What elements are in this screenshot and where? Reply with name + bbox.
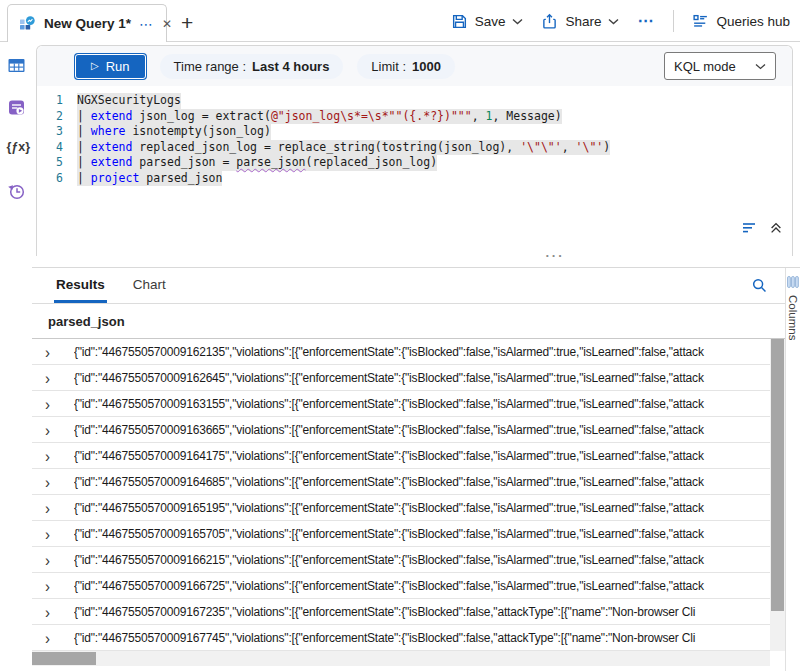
query-toolbar: ▷ Run Time range : Last 4 hours Limit : … [37,46,792,86]
table-row[interactable]: ›{"id":"4467550570009162135","violations… [32,339,770,365]
row-json-text: {"id":"4467550570009164175","violations"… [74,449,770,463]
tab-more-icon[interactable]: ⋯ [139,17,154,31]
table-row[interactable]: ›{"id":"4467550570009162645","violations… [32,365,770,391]
table-explorer-icon[interactable] [7,56,26,75]
share-icon [541,13,558,30]
save-button[interactable]: Save [451,13,524,30]
vertical-scrollbar-thumb[interactable] [771,339,784,611]
query-editor[interactable]: 1NGXSecurityLogs2| extend json_log = ext… [37,86,792,239]
line-number: 4 [37,140,63,156]
limit-label: Limit : [371,59,406,74]
row-json-text: {"id":"4467550570009162645","violations"… [74,371,770,385]
tab-title: New Query 1* [44,16,131,31]
row-json-text: {"id":"4467550570009164685","violations"… [74,475,770,489]
more-actions-button[interactable]: ⋯ [637,13,655,29]
code-line: 3| where isnotempty(json_log) [37,124,792,140]
expand-row-icon[interactable]: › [45,421,63,438]
table-row[interactable]: ›{"id":"4467550570009165705","violations… [32,521,770,547]
share-button[interactable]: Share [541,13,619,30]
search-icon[interactable] [751,277,768,294]
tab-close-icon[interactable]: ✕ [162,18,172,30]
vertical-scrollbar[interactable] [770,339,785,651]
query-mode-select[interactable]: KQL mode [664,52,776,80]
code-text: | extend parsed_json = parse_json(replac… [77,155,437,171]
row-json-text: {"id":"4467550570009167745","violations"… [74,631,770,645]
horizontal-scrollbar[interactable] [32,651,770,666]
top-actions: Save Share ⋯ [451,10,800,32]
column-header[interactable]: parsed_json [32,304,785,339]
columns-panel-toggle[interactable]: Columns [785,268,800,671]
chevron-down-icon [512,18,523,25]
line-number: 5 [37,155,63,171]
kusto-query-icon [18,15,36,33]
table-row[interactable]: ›{"id":"4467550570009166215","violations… [32,547,770,573]
code-text: NGXSecurityLogs [77,93,181,109]
expand-row-icon[interactable]: › [45,447,63,464]
expand-row-icon[interactable]: › [45,499,63,516]
query-pane: ▷ Run Time range : Last 4 hours Limit : … [36,45,793,256]
code-text: | extend replaced_json_log = replace_str… [77,140,610,156]
play-icon: ▷ [91,61,99,71]
query-tab[interactable]: New Query 1* ⋯ ✕ [7,4,167,42]
editor-footer [741,220,783,236]
new-tab-button[interactable]: + [181,12,193,33]
row-json-text: {"id":"4467550570009163155","violations"… [74,397,770,411]
time-range-label: Time range : [174,59,247,74]
line-number: 2 [37,109,63,125]
query-history-icon[interactable] [7,182,26,201]
limit-picker[interactable]: Limit : 1000 [357,54,455,79]
row-json-text: {"id":"4467550570009166215","violations"… [74,553,770,567]
grid-body: ›{"id":"4467550570009162135","violations… [32,339,770,651]
divider [673,10,674,32]
saved-scripts-icon[interactable] [7,98,26,117]
collapse-editor-icon[interactable] [769,221,783,235]
expand-row-icon[interactable]: › [45,473,63,490]
row-json-text: {"id":"4467550570009166725","violations"… [74,579,770,593]
table-row[interactable]: ›{"id":"4467550570009167745","violations… [32,625,770,651]
splitter-handle[interactable]: ··· [540,249,570,262]
query-mode-value: KQL mode [674,59,736,74]
code-line: 2| extend json_log = extract(@"json_log\… [37,109,792,125]
functions-icon[interactable]: {ƒx} [7,140,26,159]
tab-chart[interactable]: Chart [131,268,168,303]
table-row[interactable]: ›{"id":"4467550570009165195","violations… [32,495,770,521]
time-range-picker[interactable]: Time range : Last 4 hours [160,54,344,79]
chevron-down-icon [608,18,619,25]
horizontal-scrollbar-thumb[interactable] [32,652,96,665]
table-row[interactable]: ›{"id":"4467550570009167235","violations… [32,599,770,625]
format-query-icon[interactable] [741,220,757,236]
expand-row-icon[interactable]: › [45,551,63,568]
expand-row-icon[interactable]: › [45,369,63,386]
expand-row-icon[interactable]: › [45,525,63,542]
expand-row-icon[interactable]: › [45,603,63,620]
row-json-text: {"id":"4467550570009162135","violations"… [74,345,770,359]
code-text: | where isnotempty(json_log) [77,124,271,140]
row-json-text: {"id":"4467550570009165705","violations"… [74,527,770,541]
table-row[interactable]: ›{"id":"4467550570009164175","violations… [32,443,770,469]
expand-row-icon[interactable]: › [45,343,63,360]
line-number: 3 [37,124,63,140]
code-line: 1NGXSecurityLogs [37,93,792,109]
table-row[interactable]: ›{"id":"4467550570009163665","violations… [32,417,770,443]
code-lines: 1NGXSecurityLogs2| extend json_log = ext… [37,93,792,186]
tab-results[interactable]: Results [54,268,107,303]
queries-hub-icon [692,13,709,30]
expand-row-icon[interactable]: › [45,395,63,412]
queries-hub-button[interactable]: Queries hub [692,13,790,30]
code-text: | extend json_log = extract(@"json_log\s… [77,109,562,125]
expand-row-icon[interactable]: › [45,577,63,594]
run-button[interactable]: ▷ Run [75,54,146,79]
save-icon [451,13,468,30]
results-pane: Results Chart parsed_json ›{"id":"446755… [32,267,800,671]
table-row[interactable]: ›{"id":"4467550570009166725","violations… [32,573,770,599]
row-json-text: {"id":"4467550570009163665","violations"… [74,423,770,437]
table-row[interactable]: ›{"id":"4467550570009163155","violations… [32,391,770,417]
row-json-text: {"id":"4467550570009165195","violations"… [74,501,770,515]
save-label: Save [475,14,506,29]
results-grid: parsed_json ›{"id":"4467550570009162135"… [32,304,785,671]
tab-strip: New Query 1* ⋯ ✕ + Save [0,0,800,42]
columns-icon [787,276,799,288]
table-row[interactable]: ›{"id":"4467550570009164685","violations… [32,469,770,495]
expand-row-icon[interactable]: › [45,629,63,646]
line-number: 1 [37,93,63,109]
